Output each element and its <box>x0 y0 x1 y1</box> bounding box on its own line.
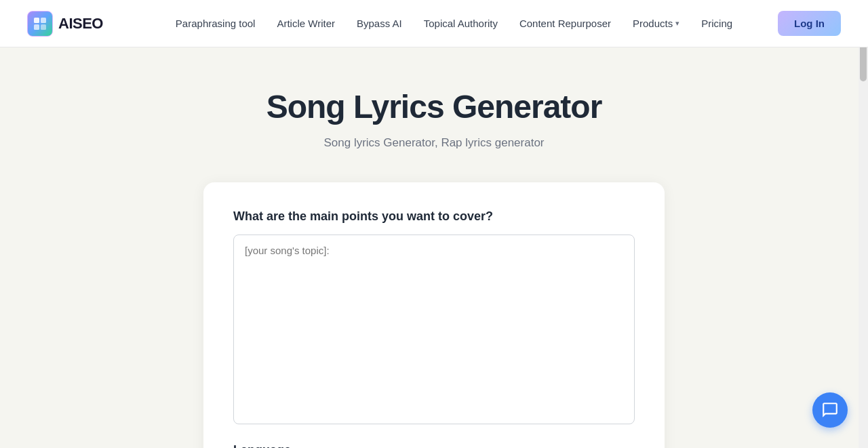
main-points-label: What are the main points you want to cov… <box>233 209 635 224</box>
nav-item-paraphrasing-tool[interactable]: Paraphrasing tool <box>166 12 265 35</box>
brand-name: AISEO <box>58 15 103 33</box>
nav-right: Log In <box>778 11 841 36</box>
logo[interactable]: AISEO <box>27 11 103 37</box>
navbar: AISEO Paraphrasing tool Article Writer B… <box>0 0 868 47</box>
page-subtitle: Song lyrics Generator, Rap lyrics genera… <box>323 136 544 150</box>
svg-rect-1 <box>41 18 46 23</box>
nav-item-article-writer[interactable]: Article Writer <box>267 12 344 35</box>
svg-rect-3 <box>41 24 46 30</box>
nav-item-topical-authority[interactable]: Topical Authority <box>414 12 507 35</box>
logo-icon <box>27 11 53 37</box>
chat-icon <box>821 401 839 419</box>
nav-links: Paraphrasing tool Article Writer Bypass … <box>130 12 778 35</box>
page-title: Song Lyrics Generator <box>267 88 602 125</box>
login-button[interactable]: Log In <box>778 11 841 36</box>
nav-item-pricing[interactable]: Pricing <box>692 12 742 35</box>
form-card: What are the main points you want to cov… <box>203 182 665 448</box>
language-label: Language <box>233 443 635 448</box>
nav-item-products[interactable]: Products ▾ <box>623 12 689 35</box>
svg-rect-0 <box>34 18 39 23</box>
main-content: Song Lyrics Generator Song lyrics Genera… <box>0 47 868 448</box>
chat-bubble-button[interactable] <box>812 392 848 428</box>
products-chevron-icon: ▾ <box>675 19 679 28</box>
svg-rect-2 <box>34 24 39 30</box>
nav-item-content-repurposer[interactable]: Content Repurposer <box>510 12 620 35</box>
topic-textarea[interactable] <box>233 235 635 424</box>
nav-item-bypass-ai[interactable]: Bypass AI <box>347 12 412 35</box>
scrollbar-track <box>859 0 868 448</box>
